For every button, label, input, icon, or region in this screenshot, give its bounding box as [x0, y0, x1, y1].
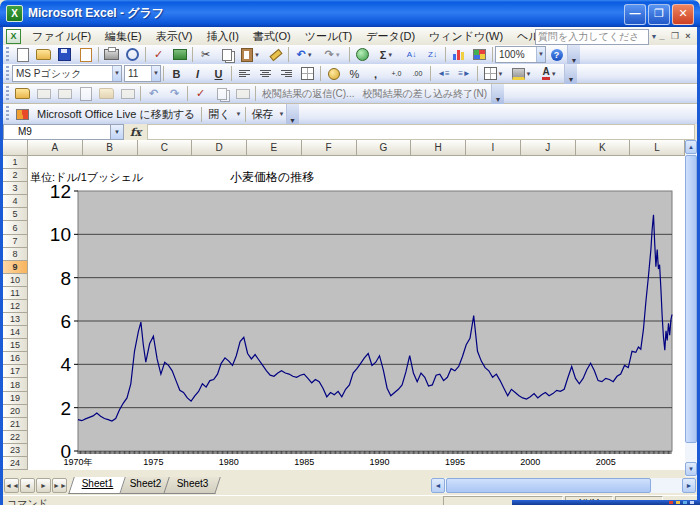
row-header-19[interactable]: 19: [3, 392, 28, 405]
paste-button[interactable]: ▼: [237, 45, 265, 64]
next-sheet-button[interactable]: ►: [36, 478, 51, 493]
row-header-23[interactable]: 23: [3, 444, 28, 457]
chart-object[interactable]: 0246810121970年19751980198519901995200020…: [28, 156, 685, 470]
open-review-button[interactable]: [12, 84, 33, 103]
chart-wizard-button[interactable]: [448, 45, 469, 64]
column-header-A[interactable]: A: [28, 140, 83, 156]
menu-item-window[interactable]: ウィンドウ(W): [422, 27, 510, 46]
drawing-button[interactable]: [469, 45, 490, 64]
row-header-12[interactable]: 12: [3, 300, 28, 313]
toolbar-drag-handle[interactable]: [5, 66, 10, 81]
column-header-C[interactable]: C: [138, 140, 193, 156]
previous-sheet-button[interactable]: ◄: [20, 478, 35, 493]
first-sheet-button[interactable]: ◄◄: [4, 478, 19, 493]
sort-ascending-button[interactable]: A↓: [401, 45, 422, 64]
scroll-up-button[interactable]: ▲: [685, 140, 697, 154]
row-header-1[interactable]: 1: [3, 156, 28, 169]
vertical-scrollbar[interactable]: ▲ ▼: [685, 140, 697, 477]
new-button[interactable]: [12, 45, 33, 64]
font-color-button[interactable]: A▼: [536, 64, 564, 83]
office-live-button[interactable]: [12, 105, 33, 124]
row-header-14[interactable]: 14: [3, 326, 28, 339]
row-header-22[interactable]: 22: [3, 431, 28, 444]
fx-icon[interactable]: fx: [130, 126, 141, 139]
underline-button[interactable]: U: [208, 64, 229, 83]
row-header-9[interactable]: 9: [3, 261, 28, 274]
toolbar-options-chevron[interactable]: ▼: [564, 64, 577, 84]
workbook-restore-button[interactable]: ❐: [669, 29, 681, 43]
decrease-decimal-button[interactable]: .00: [407, 64, 428, 83]
menu-item-view[interactable]: 表示(V): [149, 27, 200, 46]
row-header-8[interactable]: 8: [3, 248, 28, 261]
column-header-B[interactable]: B: [83, 140, 138, 156]
toolbar-options-chevron[interactable]: ▼: [286, 104, 299, 125]
horizontal-scrollbar[interactable]: ◄ ►: [431, 478, 696, 493]
open-dropdown-icon[interactable]: ▼: [235, 111, 243, 117]
permission-button[interactable]: [75, 45, 96, 64]
workbook-close-button[interactable]: ×: [682, 29, 694, 43]
menu-item-data[interactable]: データ(D): [359, 27, 422, 46]
zoom-combo[interactable]: 100%▼: [495, 46, 546, 63]
print-button[interactable]: [101, 45, 122, 64]
horizontal-scroll-thumb[interactable]: [446, 478, 651, 493]
row-header-21[interactable]: 21: [3, 418, 28, 431]
column-header-K[interactable]: K: [576, 140, 631, 156]
hyperlink-button[interactable]: [352, 45, 373, 64]
undo-button[interactable]: ↶▼: [291, 45, 319, 64]
last-sheet-button[interactable]: ►►: [52, 478, 67, 493]
column-header-G[interactable]: G: [357, 140, 412, 156]
workbook-icon[interactable]: X: [6, 29, 21, 44]
row-header-11[interactable]: 11: [3, 287, 28, 300]
close-button[interactable]: ✕: [672, 4, 694, 25]
name-box-dropdown-icon[interactable]: ▼: [111, 124, 124, 140]
toolbar-drag-handle[interactable]: [5, 86, 10, 101]
next-change-button[interactable]: ↷: [164, 84, 185, 103]
office-live-open-button[interactable]: 開く: [204, 107, 234, 122]
review-mail-button[interactable]: [117, 84, 138, 103]
increase-decimal-button[interactable]: +.0: [386, 64, 407, 83]
row-header-7[interactable]: 7: [3, 235, 28, 248]
row-header-17[interactable]: 17: [3, 365, 28, 378]
row-header-13[interactable]: 13: [3, 313, 28, 326]
recall-button[interactable]: [96, 84, 117, 103]
menu-item-edit[interactable]: 編集(E): [98, 27, 149, 46]
research-button[interactable]: [169, 45, 190, 64]
toolbar-options-chevron[interactable]: ▼: [567, 45, 580, 65]
question-input[interactable]: 質問を入力してください: [535, 29, 649, 45]
column-header-F[interactable]: F: [302, 140, 357, 156]
currency-button[interactable]: [323, 64, 344, 83]
toolbar-drag-handle[interactable]: [5, 106, 10, 122]
menu-item-insert[interactable]: 挿入(I): [199, 27, 245, 46]
font-name-combo[interactable]: MS Pゴシック▼: [12, 65, 122, 82]
menu-item-tools[interactable]: ツール(T): [298, 27, 360, 46]
toolbar-options-chevron[interactable]: ▼: [491, 84, 504, 104]
column-header-H[interactable]: H: [411, 140, 466, 156]
vertical-scroll-thumb[interactable]: [685, 155, 697, 443]
save-button[interactable]: [54, 45, 75, 64]
reply-with-changes-button[interactable]: [33, 84, 54, 103]
format-painter-button[interactable]: [265, 45, 286, 64]
redo-button[interactable]: ↷▼: [319, 45, 347, 64]
column-header-D[interactable]: D: [192, 140, 247, 156]
print-preview-button[interactable]: [122, 45, 143, 64]
sheet-tab-sheet1[interactable]: Sheet1: [68, 477, 125, 494]
name-box[interactable]: M9: [3, 124, 111, 140]
decrease-indent-button[interactable]: ◄≡: [433, 64, 454, 83]
row-header-20[interactable]: 20: [3, 405, 28, 418]
scroll-left-button[interactable]: ◄: [431, 478, 445, 493]
increase-indent-button[interactable]: ≡►: [454, 64, 475, 83]
align-left-button[interactable]: [234, 64, 255, 83]
row-header-6[interactable]: 6: [3, 221, 28, 235]
routing-slip-button[interactable]: [75, 84, 96, 103]
office-live-save-button[interactable]: 保存: [248, 107, 278, 122]
worksheet-grid[interactable]: 単位:ドル/1ブッシェル 小麦価格の推移 0246810121970年19751…: [28, 156, 685, 470]
percent-button[interactable]: %: [344, 64, 365, 83]
align-right-button[interactable]: [276, 64, 297, 83]
align-center-button[interactable]: [255, 64, 276, 83]
reply-with-changes-text-button[interactable]: 校閲結果の返信(C)...: [258, 87, 358, 101]
menu-item-format[interactable]: 書式(O): [246, 27, 298, 46]
formula-input[interactable]: [147, 124, 695, 140]
send-review-button[interactable]: [54, 84, 75, 103]
row-header-24[interactable]: 24: [3, 457, 28, 470]
row-header-18[interactable]: 18: [3, 378, 28, 392]
